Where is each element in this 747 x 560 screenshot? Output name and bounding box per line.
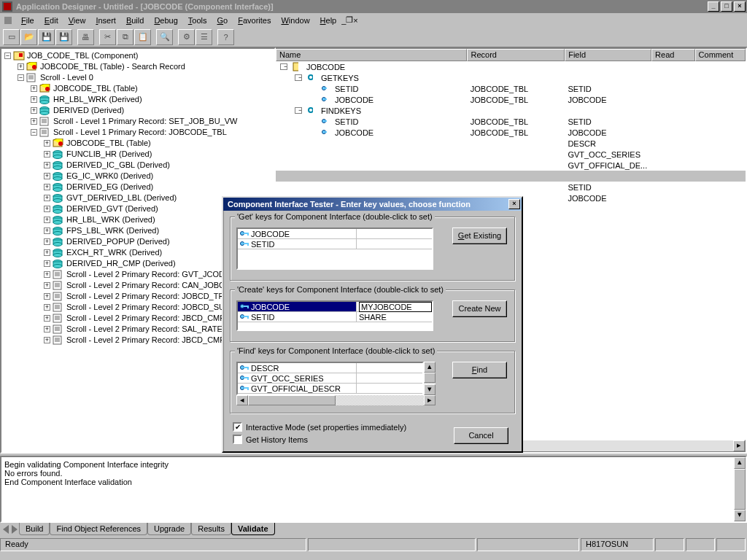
grid-header-record[interactable]: Record bbox=[467, 49, 565, 61]
key-value-input[interactable] bbox=[359, 302, 432, 312]
app-close-button[interactable]: × bbox=[734, 1, 746, 12]
tree-item[interactable]: +DERIVED_IC_GBL (Derived) bbox=[3, 160, 273, 171]
find-grid-vscroll[interactable]: ▴ ▾ bbox=[424, 362, 436, 395]
save-all-button[interactable]: 💾 bbox=[55, 29, 72, 45]
menu-tools[interactable]: Tools bbox=[183, 15, 212, 26]
tree-expander-icon[interactable]: + bbox=[18, 63, 24, 70]
output-tab-scroll-left[interactable] bbox=[3, 525, 9, 534]
key-row[interactable]: JOBCODE bbox=[238, 302, 432, 312]
app-minimize-button[interactable]: _ bbox=[708, 1, 719, 12]
tree-expander-icon[interactable]: + bbox=[44, 271, 50, 278]
tree-expander-icon[interactable]: + bbox=[44, 206, 50, 212]
tree-expander-icon[interactable]: + bbox=[44, 184, 50, 190]
grid-row[interactable]: GVT_OCC_SERIES bbox=[276, 149, 746, 160]
find-keys-grid[interactable]: DESCRGVT_OCC_SERIESGVT_OFFICIAL_DESCR bbox=[236, 362, 424, 395]
tree-expander-icon[interactable]: + bbox=[44, 260, 50, 267]
menu-edit[interactable]: Edit bbox=[39, 15, 63, 26]
menu-insert[interactable]: Insert bbox=[90, 15, 121, 26]
output-tab-scroll-right[interactable] bbox=[12, 525, 18, 534]
ci-test-button[interactable]: ⚙ bbox=[178, 29, 195, 45]
tree-expander-icon[interactable]: + bbox=[44, 249, 50, 256]
tree-expander-icon[interactable]: + bbox=[44, 238, 50, 245]
output-vscroll[interactable]: ▴ ▾ bbox=[734, 457, 746, 521]
tree-expander-icon[interactable]: + bbox=[44, 217, 50, 223]
new-button[interactable]: ▭ bbox=[3, 29, 20, 45]
tree-item[interactable]: +Scroll - Level 1 Primary Record: SET_JO… bbox=[3, 116, 273, 127]
tree-item[interactable]: +JOBCODE_TBL (Table) bbox=[3, 138, 273, 149]
menu-help[interactable]: Help bbox=[315, 15, 342, 26]
key-row[interactable]: GVT_OCC_SERIES bbox=[238, 373, 422, 384]
grid-expander-icon[interactable]: − bbox=[295, 107, 302, 114]
open-button[interactable]: 📂 bbox=[20, 29, 37, 45]
grid-header-name[interactable]: Name bbox=[276, 49, 467, 61]
tree-expander-icon[interactable]: + bbox=[31, 85, 37, 92]
grid-row[interactable]: −FINDKEYS bbox=[276, 105, 746, 116]
tree-expander-icon[interactable]: + bbox=[44, 140, 50, 147]
copy-button[interactable]: ⧉ bbox=[117, 29, 133, 45]
grid-expander-icon[interactable]: − bbox=[295, 74, 302, 81]
menu-window[interactable]: Window bbox=[276, 15, 314, 26]
tree-item[interactable]: +JOBCODE_TBL (Table) - Search Record bbox=[3, 61, 273, 72]
key-row[interactable]: DESCR bbox=[238, 363, 422, 373]
menu-debug[interactable]: Debug bbox=[149, 15, 182, 26]
find-button[interactable]: Find bbox=[452, 362, 507, 378]
menu-go[interactable]: Go bbox=[212, 15, 233, 26]
grid-row[interactable]: −GETKEYS bbox=[276, 72, 746, 83]
tree-expander-icon[interactable]: + bbox=[44, 195, 50, 201]
cut-button[interactable]: ✂ bbox=[99, 29, 116, 45]
tree-expander-icon[interactable]: + bbox=[44, 228, 50, 234]
grid-row[interactable]: SETID bbox=[276, 182, 746, 192]
output-tab-upgrade[interactable]: Upgrade bbox=[147, 523, 191, 535]
output-text[interactable]: Begin validating Component Interface int… bbox=[0, 456, 747, 523]
grid-header-comment[interactable]: Comment bbox=[695, 49, 746, 61]
grid-header-field[interactable]: Field bbox=[565, 49, 651, 61]
get-existing-button[interactable]: Get Existing bbox=[452, 228, 507, 244]
tree-expander-icon[interactable]: + bbox=[44, 282, 50, 289]
find-scroll-down[interactable]: ▾ bbox=[424, 384, 436, 395]
tree-expander-icon[interactable]: + bbox=[44, 326, 50, 332]
tree-expander-icon[interactable]: + bbox=[31, 96, 37, 103]
find-grid-hscroll[interactable]: ◂ ▸ bbox=[236, 395, 436, 405]
key-row[interactable]: SETIDSHARE bbox=[238, 312, 432, 322]
tree-expander-icon[interactable]: + bbox=[44, 337, 50, 343]
grid-expander-icon[interactable]: − bbox=[280, 63, 287, 70]
grid-header-read-only[interactable]: Read Only bbox=[651, 49, 695, 61]
tree-expander-icon[interactable]: + bbox=[44, 293, 50, 300]
tree-item[interactable]: +JOBCODE_TBL (Table) bbox=[3, 83, 273, 94]
create-new-button[interactable]: Create New bbox=[452, 300, 507, 317]
doc-close-button[interactable]: × bbox=[353, 16, 357, 25]
grid-row[interactable]: DESCR bbox=[276, 138, 746, 149]
tree-item[interactable]: +DERIVED (Derived) bbox=[3, 105, 273, 116]
cancel-button[interactable]: Cancel bbox=[454, 427, 508, 444]
grid-row[interactable]: JOBCODEJOBCODE_TBLJOBCODE bbox=[276, 94, 746, 105]
tree-item[interactable]: −Scroll - Level 0 bbox=[3, 72, 273, 83]
menu-favorites[interactable]: Favorites bbox=[233, 15, 276, 26]
tree-expander-icon[interactable]: + bbox=[44, 173, 50, 179]
grid-row[interactable]: −JOBCODE bbox=[276, 61, 746, 72]
get-keys-grid[interactable]: JOBCODESETID bbox=[236, 228, 433, 270]
tree-item[interactable]: −Scroll - Level 1 Primary Record: JOBCOD… bbox=[3, 127, 273, 138]
find-scroll-up[interactable]: ▴ bbox=[424, 362, 436, 373]
grid-row[interactable]: GVT_OFFICIAL_DE... bbox=[276, 160, 746, 171]
create-keys-grid[interactable]: JOBCODESETIDSHARE bbox=[236, 300, 433, 331]
properties-button[interactable]: ☰ bbox=[196, 29, 212, 45]
tree-expander-icon[interactable]: + bbox=[44, 151, 50, 158]
menu-build[interactable]: Build bbox=[121, 15, 149, 26]
tree-expander-icon[interactable]: − bbox=[18, 74, 24, 81]
dialog-titlebar[interactable]: Component Interface Tester - Enter key v… bbox=[223, 198, 522, 211]
print-button[interactable]: 🖶 bbox=[77, 29, 94, 45]
tree-expander-icon[interactable]: + bbox=[31, 107, 37, 114]
tree-expander-icon[interactable]: + bbox=[31, 118, 37, 125]
app-maximize-button[interactable]: □ bbox=[721, 1, 732, 12]
tree-expander-icon[interactable]: − bbox=[31, 129, 37, 136]
output-tab-find-object-references[interactable]: Find Object References bbox=[50, 523, 147, 535]
grid-row[interactable] bbox=[276, 171, 746, 182]
menu-file[interactable]: File bbox=[16, 15, 39, 26]
tree-item[interactable]: −JOB_CODE_TBL (Component) bbox=[3, 50, 273, 61]
key-row[interactable]: JOBCODE bbox=[238, 229, 432, 239]
menu-view[interactable]: View bbox=[63, 15, 91, 26]
grid-row[interactable]: SETIDJOBCODE_TBLSETID bbox=[276, 83, 746, 94]
paste-button[interactable]: 📋 bbox=[134, 29, 151, 45]
key-row[interactable]: SETID bbox=[238, 239, 432, 249]
find-button[interactable]: 🔍 bbox=[156, 29, 173, 45]
